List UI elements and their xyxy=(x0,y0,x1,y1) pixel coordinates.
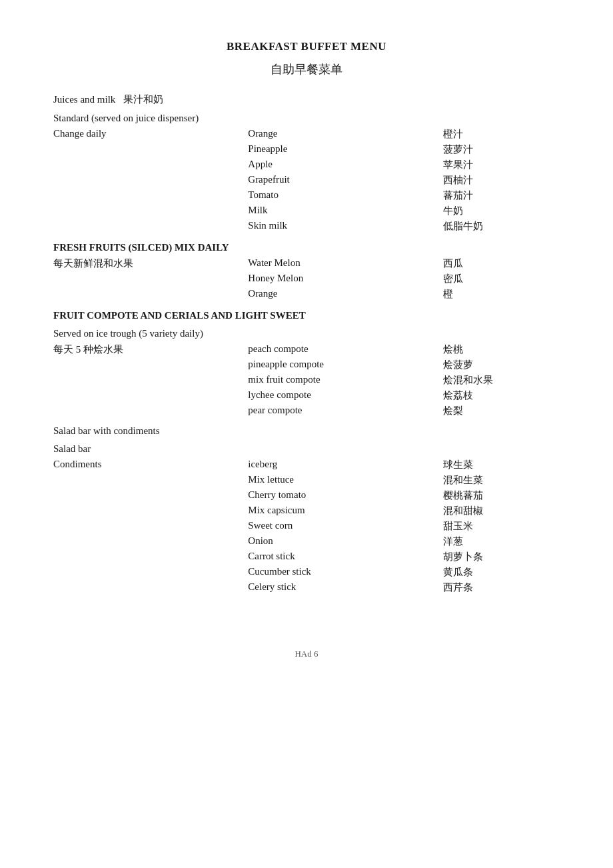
table-row: Sweet corn 甜玉米 xyxy=(53,519,560,534)
table-row: Onion 洋葱 xyxy=(53,534,560,549)
table-row: Tomato 蕃茄汁 xyxy=(53,188,560,203)
row-chinese: 混和甜椒 xyxy=(443,503,560,519)
row-chinese: 烩荔枝 xyxy=(443,388,560,403)
row-label xyxy=(53,473,248,488)
row-item: Sweet corn xyxy=(248,519,442,534)
row-item: Orange xyxy=(248,127,442,142)
row-item: Mix capsicum xyxy=(248,503,442,519)
table-row: Change daily Orange 橙汁 xyxy=(53,127,560,142)
row-item: Skin milk xyxy=(248,219,442,234)
salad-header: Salad bar with condiments xyxy=(53,425,560,437)
footer-note: HAd 6 xyxy=(53,649,560,659)
row-chinese: 樱桃蕃茄 xyxy=(443,488,560,503)
row-item: Honey Melon xyxy=(248,271,442,287)
table-row: mix fruit compote 烩混和水果 xyxy=(53,373,560,388)
row-chinese: 球生菜 xyxy=(443,457,560,473)
row-chinese: 黄瓜条 xyxy=(443,565,560,580)
row-chinese: 牛奶 xyxy=(443,203,560,219)
compote-table: 每天 5 种烩水果 peach compote 烩桃 pineapple com… xyxy=(53,342,560,419)
table-row: Carrot stick 胡萝卜条 xyxy=(53,549,560,565)
section-salad: Salad bar with condiments Salad bar Cond… xyxy=(53,425,560,595)
row-chinese: 西芹条 xyxy=(443,580,560,595)
row-chinese: 烩混和水果 xyxy=(443,373,560,388)
row-item: Grapefruit xyxy=(248,173,442,188)
row-label xyxy=(53,157,248,173)
salad-subheader: Salad bar xyxy=(53,443,560,455)
row-label xyxy=(53,565,248,580)
row-item: pear compote xyxy=(248,403,442,419)
row-item: Pineapple xyxy=(248,142,442,157)
table-row: Milk 牛奶 xyxy=(53,203,560,219)
row-label xyxy=(53,534,248,549)
table-row: Skin milk 低脂牛奶 xyxy=(53,219,560,234)
row-chinese: 烩桃 xyxy=(443,342,560,357)
row-item: Apple xyxy=(248,157,442,173)
compote-header: FRUIT COMPOTE AND CERIALS AND LIGHT SWEE… xyxy=(53,310,560,321)
row-item: Tomato xyxy=(248,188,442,203)
row-chinese: 混和生菜 xyxy=(443,473,560,488)
row-chinese: 蕃茄汁 xyxy=(443,188,560,203)
row-chinese: 苹果汁 xyxy=(443,157,560,173)
row-label xyxy=(53,219,248,234)
table-row: Celery stick 西芹条 xyxy=(53,580,560,595)
row-item: lychee compote xyxy=(248,388,442,403)
section-fresh-fruits: FRESH FRUITS (Silced) MIX daily 每天新鲜混和水果… xyxy=(53,242,560,302)
row-label: Change daily xyxy=(53,127,248,142)
row-chinese: 胡萝卜条 xyxy=(443,549,560,565)
row-label xyxy=(53,373,248,388)
row-item: Cucumber stick xyxy=(248,565,442,580)
row-label xyxy=(53,173,248,188)
compote-subheader: Served on ice trough (5 variety daily) xyxy=(53,328,560,339)
row-label xyxy=(53,580,248,595)
row-chinese: 密瓜 xyxy=(443,271,560,287)
row-item: Celery stick xyxy=(248,580,442,595)
row-label xyxy=(53,271,248,287)
page-title-en: BREAKFAST BUFFET MENU xyxy=(53,40,560,53)
table-row: Condiments iceberg 球生菜 xyxy=(53,457,560,473)
table-row: lychee compote 烩荔枝 xyxy=(53,388,560,403)
row-chinese: 低脂牛奶 xyxy=(443,219,560,234)
row-label xyxy=(53,388,248,403)
row-label: 每天 5 种烩水果 xyxy=(53,342,248,357)
table-row: Honey Melon 密瓜 xyxy=(53,271,560,287)
juices-table: Change daily Orange 橙汁 Pineapple 菠萝汁 App… xyxy=(53,127,560,234)
row-item: Mix lettuce xyxy=(248,473,442,488)
row-item: Orange xyxy=(248,287,442,302)
table-row: Mix lettuce 混和生菜 xyxy=(53,473,560,488)
row-chinese: 橙 xyxy=(443,287,560,302)
section-juices: Juices and milk 果汁和奶 Standard (served on… xyxy=(53,93,560,234)
condiments-table: Condiments iceberg 球生菜 Mix lettuce 混和生菜 … xyxy=(53,457,560,595)
row-label xyxy=(53,549,248,565)
row-item: Onion xyxy=(248,534,442,549)
row-chinese: 西瓜 xyxy=(443,256,560,271)
table-row: Pineapple 菠萝汁 xyxy=(53,142,560,157)
table-row: Apple 苹果汁 xyxy=(53,157,560,173)
table-row: 每天新鲜混和水果 Water Melon 西瓜 xyxy=(53,256,560,271)
row-label xyxy=(53,203,248,219)
row-item: pineapple compote xyxy=(248,357,442,373)
row-chinese: 烩菠萝 xyxy=(443,357,560,373)
juices-subheader: Standard (served on juice dispenser) xyxy=(53,113,560,124)
row-chinese: 橙汁 xyxy=(443,127,560,142)
table-row: Grapefruit 西柚汁 xyxy=(53,173,560,188)
page-title-cn: 自助早餐菜单 xyxy=(53,61,560,77)
row-item: mix fruit compote xyxy=(248,373,442,388)
row-chinese: 西柚汁 xyxy=(443,173,560,188)
table-row: Mix capsicum 混和甜椒 xyxy=(53,503,560,519)
row-label xyxy=(53,287,248,302)
row-label: 每天新鲜混和水果 xyxy=(53,256,248,271)
fruits-header: FRESH FRUITS (Silced) MIX daily xyxy=(53,242,560,253)
table-row: 每天 5 种烩水果 peach compote 烩桃 xyxy=(53,342,560,357)
row-item: Water Melon xyxy=(248,256,442,271)
row-chinese: 烩梨 xyxy=(443,403,560,419)
row-chinese: 洋葱 xyxy=(443,534,560,549)
table-row: pear compote 烩梨 xyxy=(53,403,560,419)
section-compote: FRUIT COMPOTE AND CERIALS AND LIGHT SWEE… xyxy=(53,310,560,419)
row-label xyxy=(53,188,248,203)
fruits-table: 每天新鲜混和水果 Water Melon 西瓜 Honey Melon 密瓜 O… xyxy=(53,256,560,302)
row-label xyxy=(53,403,248,419)
row-label xyxy=(53,488,248,503)
table-row: Orange 橙 xyxy=(53,287,560,302)
row-label xyxy=(53,503,248,519)
row-item: peach compote xyxy=(248,342,442,357)
